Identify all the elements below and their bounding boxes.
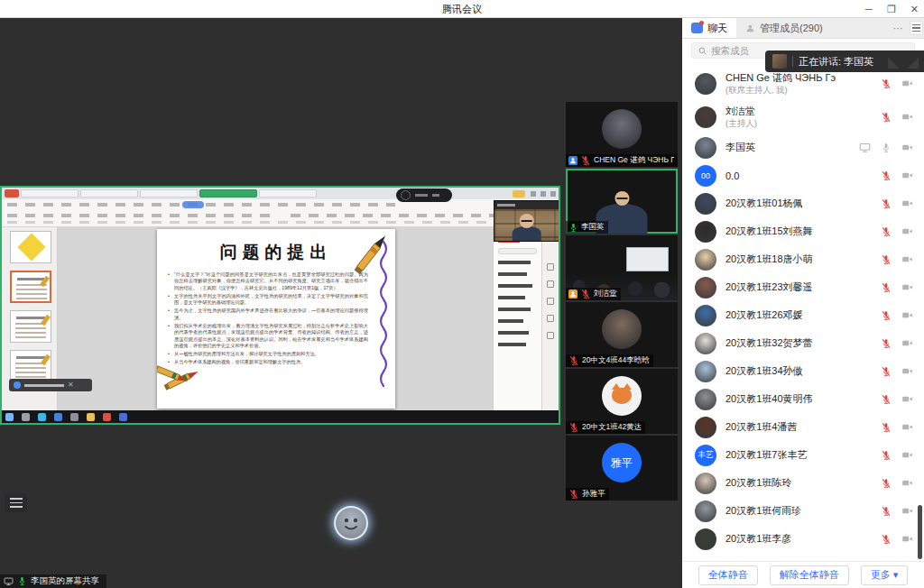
mic-muted-icon[interactable] [881, 534, 892, 545]
member-name: 20汉教1班26邓媛 [725, 308, 872, 322]
mic-muted-icon[interactable] [580, 289, 591, 299]
member-row[interactable]: 20汉教1班23刘馨遥 [682, 273, 924, 301]
mic-muted-icon[interactable] [881, 338, 892, 349]
member-name: 20汉教1班何雨珍 [725, 504, 872, 518]
member-row[interactable]: 20汉教1班15刘燕舞 [682, 217, 924, 245]
camera-off-icon[interactable] [901, 337, 913, 349]
camera-off-icon[interactable] [901, 421, 913, 433]
mic-muted-icon[interactable] [881, 478, 892, 489]
avatar [695, 277, 716, 299]
camera-off-icon[interactable] [901, 449, 913, 461]
mic-muted-icon[interactable] [881, 78, 892, 89]
unmute-all-button[interactable]: 解除全体静音 [770, 565, 849, 585]
tab-manage-members[interactable]: 管理成员(290) [736, 18, 832, 38]
camera-off-icon[interactable] [901, 78, 913, 89]
mic-muted-icon[interactable] [881, 422, 892, 433]
more-button[interactable]: 更多 ▾ [861, 565, 909, 585]
panel-more-button[interactable]: ⋯ [893, 23, 903, 34]
camera-off-icon[interactable] [901, 477, 913, 489]
video-tile[interactable]: 刘洁堂 [566, 235, 678, 300]
slide-bullet: 从当今学术体系建构的视角，尝试重新审定和理解文字的性质。 [168, 359, 368, 365]
camera-off-icon[interactable] [901, 393, 913, 405]
member-status-icons [881, 253, 913, 265]
host-badge-icon[interactable] [568, 289, 578, 299]
mic-muted-icon[interactable] [568, 355, 579, 366]
reaction-emoji-bubble[interactable] [334, 506, 368, 540]
panel-menu-icon[interactable] [910, 21, 923, 35]
active-mic-icon[interactable] [568, 223, 578, 233]
member-role: (主持人) [725, 118, 872, 130]
video-tile[interactable]: CHEN Ge 谌鸽 ЧЭНЬ Гэ [566, 102, 678, 167]
toast-close-icon[interactable]: ✕ [68, 381, 74, 389]
mic-muted-icon[interactable] [881, 366, 892, 377]
member-row[interactable]: 20汉教1班40黄明伟 [682, 385, 924, 413]
mic-on-icon[interactable] [881, 142, 892, 153]
minimize-button[interactable]: ─ [865, 4, 873, 14]
video-tile[interactable]: 李国英 [566, 169, 678, 234]
mic-muted-icon[interactable] [881, 170, 892, 181]
restore-button[interactable]: ❐ [887, 4, 896, 15]
meeting-pip-window [494, 200, 559, 242]
member-row[interactable]: 李国英 [682, 133, 924, 161]
member-row[interactable]: 20汉教1班01杨佩 [682, 189, 924, 217]
camera-off-icon[interactable] [901, 533, 913, 545]
mic-muted-icon[interactable] [568, 422, 579, 433]
camera-off-icon[interactable] [901, 198, 913, 209]
member-row[interactable]: 20汉教1班何雨珍 [682, 497, 924, 525]
camera-off-icon[interactable] [901, 365, 913, 377]
tab-chat[interactable]: 聊天 [682, 18, 736, 38]
member-row[interactable]: 20汉教1班18唐小萌 [682, 245, 924, 273]
avatar [602, 376, 642, 416]
panel-scrollbar[interactable] [918, 505, 922, 559]
avatar: 丰艺 [695, 445, 716, 466]
mute-all-button[interactable]: 全体静音 [698, 565, 758, 585]
member-status-icons [881, 393, 913, 405]
panel-footer: 全体静音 解除全体静音 更多 ▾ [682, 561, 924, 588]
mic-muted-icon[interactable] [881, 112, 892, 123]
member-row[interactable]: 丰艺 20汉教1班7张丰艺 [682, 441, 924, 469]
mic-muted-icon[interactable] [881, 282, 892, 293]
camera-off-icon[interactable] [901, 505, 913, 517]
mic-muted-icon[interactable] [568, 489, 579, 500]
member-status-icons [881, 477, 913, 489]
mic-muted-icon[interactable] [580, 155, 591, 166]
mic-muted-icon[interactable] [881, 226, 892, 237]
camera-on-icon[interactable] [901, 142, 913, 153]
member-row[interactable]: 20汉教1班26邓媛 [682, 301, 924, 329]
camera-off-icon[interactable] [901, 225, 913, 237]
member-row[interactable]: 00 0.0 [682, 161, 924, 189]
mic-muted-icon[interactable] [881, 310, 892, 321]
members-panel: 聊天 管理成员(290) ⋯ ✕ [682, 18, 924, 588]
meeting-floating-bar[interactable] [396, 188, 452, 202]
screen-share-icon[interactable] [859, 142, 871, 153]
video-tile[interactable]: 雅平 孙雅平 [566, 436, 678, 501]
mic-muted-icon[interactable] [881, 506, 892, 517]
mic-muted-icon[interactable] [881, 394, 892, 405]
participant-name: 20中文1班42黄达 [582, 422, 642, 433]
video-tile[interactable]: 20中文1班42黄达 [566, 369, 678, 434]
close-button[interactable]: ✕ [910, 4, 919, 15]
mic-muted-icon[interactable] [881, 254, 892, 265]
windows-taskbar [2, 410, 559, 423]
slide-bullet: 迄今为止，文字性质的研究国内外学术界还存在着比较大的争议，一些基本的理论问题亟待… [168, 308, 368, 321]
avatar [695, 528, 716, 550]
member-row[interactable]: 20汉教1班32贺梦蕾 [682, 329, 924, 357]
member-row[interactable]: 20汉教1班李彦 [682, 525, 924, 553]
camera-off-icon[interactable] [901, 170, 913, 181]
member-row[interactable]: 20汉教1班陈玲 [682, 469, 924, 497]
member-row[interactable]: 20汉教1班34孙傲 [682, 357, 924, 385]
participant-name: 孙雅平 [582, 489, 605, 500]
layout-list-button[interactable] [5, 493, 27, 512]
member-name: 20汉教1班15刘燕舞 [725, 225, 872, 238]
member-row[interactable]: 刘洁堂 (主持人) [682, 100, 924, 133]
wps-vip-icon [513, 190, 525, 198]
camera-off-icon[interactable] [901, 309, 913, 321]
camera-off-icon[interactable] [901, 253, 913, 265]
video-tile[interactable]: 20中文4班44李晗晗 [566, 302, 678, 367]
camera-off-icon[interactable] [901, 281, 913, 293]
camera-off-icon[interactable] [901, 111, 913, 123]
mic-muted-icon[interactable] [881, 450, 892, 461]
cohost-badge-icon[interactable] [568, 156, 578, 165]
member-row[interactable]: 20汉教1班4潘茜 [682, 413, 924, 441]
mic-muted-icon[interactable] [881, 198, 892, 209]
